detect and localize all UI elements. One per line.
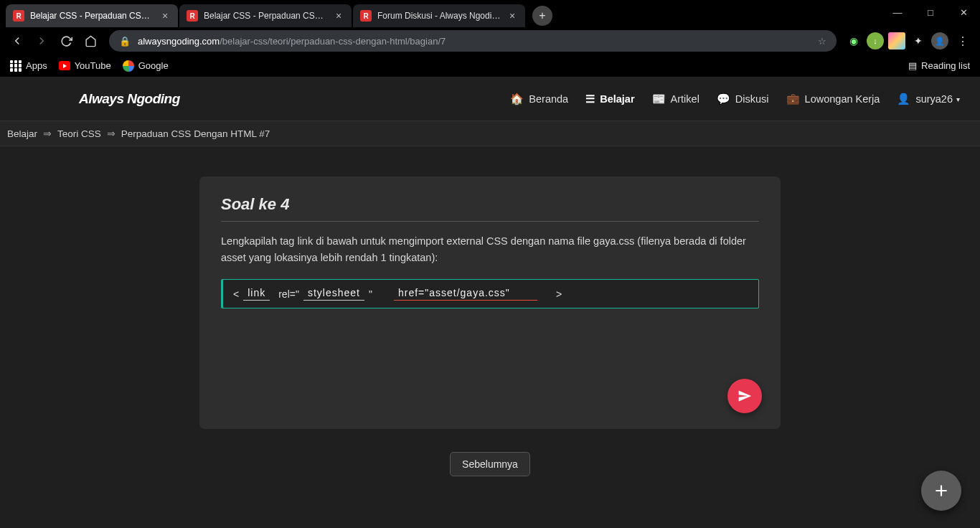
code-fill-box: < link rel=" stylesheet " href="asset/ga… [221, 279, 759, 308]
apps-label: Apps [26, 60, 47, 71]
back-button[interactable] [7, 31, 27, 51]
breadcrumb-item[interactable]: Belajar [7, 128, 37, 139]
apps-grid-icon [10, 60, 22, 72]
page-content: Always Ngoding 🏠Beranda ☰Belajar 📰Artike… [0, 77, 980, 528]
bookmarks-bar: Apps YouTube Google ▤ Reading list [0, 55, 980, 77]
plus-icon [932, 481, 951, 500]
forward-button[interactable] [32, 31, 52, 51]
extension-icon[interactable]: ↓ [867, 32, 884, 50]
google-icon [123, 60, 134, 72]
breadcrumb: Belajar ⇒ Teori CSS ⇒ Perpaduan CSS Deng… [0, 121, 980, 146]
reading-list-icon: ▤ [908, 60, 917, 71]
paper-plane-icon [738, 389, 752, 403]
favicon-icon: R [360, 10, 372, 22]
breadcrumb-current: Perpaduan CSS Dengan HTML #7 [121, 128, 270, 139]
extensions-puzzle-icon[interactable]: ✦ [910, 32, 927, 50]
nav-home[interactable]: 🏠Beranda [510, 93, 568, 105]
home-icon: 🏠 [510, 93, 524, 105]
lock-icon: 🔒 [119, 36, 131, 47]
nav-article[interactable]: 📰Artikel [652, 93, 699, 105]
tab-close-icon[interactable]: × [333, 10, 344, 22]
home-button[interactable] [80, 31, 100, 51]
favicon-icon: R [187, 10, 198, 22]
reading-list-button[interactable]: ▤ Reading list [908, 60, 970, 71]
browser-toolbar: 🔒 alwaysngoding.com/belajar-css/teori/pe… [0, 27, 980, 55]
chevron-down-icon: ▾ [956, 95, 960, 103]
tab-close-icon[interactable]: × [159, 10, 171, 22]
reload-button[interactable] [56, 31, 76, 51]
floating-add-button[interactable] [921, 471, 961, 511]
nav-learn[interactable]: ☰Belajar [585, 93, 634, 105]
bookmark-label: Google [138, 60, 169, 71]
nav-jobs[interactable]: 💼Lowongan Kerja [786, 93, 880, 105]
site-navbar: Always Ngoding 🏠Beranda ☰Belajar 📰Artike… [0, 77, 980, 121]
browser-tabstrip: R Belajar CSS - Perpaduan CSS Den × R Be… [0, 0, 980, 27]
url-text: alwaysngoding.com/belajar-css/teori/perp… [138, 36, 811, 47]
new-tab-button[interactable]: + [532, 6, 552, 26]
apps-shortcut[interactable]: Apps [10, 60, 47, 72]
tab-title: Forum Diskusi - Always Ngoding [377, 11, 501, 21]
tab-title: Belajar CSS - Perpaduan CSS Den [30, 11, 154, 21]
breadcrumb-sep-icon: ⇒ [43, 128, 52, 139]
window-minimize[interactable]: — [881, 0, 914, 24]
newspaper-icon: 📰 [652, 93, 666, 105]
browser-tab-active[interactable]: R Belajar CSS - Perpaduan CSS Den × [6, 4, 178, 27]
nav-user-menu[interactable]: 👤surya26▾ [897, 93, 960, 105]
question-title: Soal ke 4 [221, 195, 759, 214]
briefcase-icon: 💼 [786, 93, 800, 105]
bookmark-google[interactable]: Google [123, 60, 169, 72]
blank-href-input[interactable]: href="asset/gaya.css" [394, 287, 537, 301]
bookmark-youtube[interactable]: YouTube [59, 60, 111, 72]
browser-menu-button[interactable]: ⋮ [953, 31, 973, 51]
submit-button[interactable] [727, 379, 762, 413]
breadcrumb-sep-icon: ⇒ [107, 128, 116, 139]
favicon-icon: R [13, 10, 24, 22]
blank-rel-input[interactable]: stylesheet [303, 287, 364, 301]
nav-discuss[interactable]: 💬Diskusi [717, 93, 769, 105]
window-maximize[interactable]: □ [914, 0, 947, 24]
list-icon: ☰ [585, 93, 595, 105]
tab-close-icon[interactable]: × [507, 10, 518, 22]
divider [221, 221, 759, 222]
question-desc: Lengkapilah tag link di bawah untuk meng… [221, 233, 759, 266]
profile-avatar[interactable]: 👤 [931, 32, 948, 50]
bookmark-label: YouTube [75, 60, 111, 71]
youtube-icon [59, 60, 70, 72]
bookmark-star-icon[interactable]: ☆ [818, 36, 826, 47]
question-card: Soal ke 4 Lengkapilah tag link di bawah … [199, 176, 781, 429]
blank-tag-input[interactable]: link [243, 287, 270, 301]
chat-icon: 💬 [717, 93, 730, 105]
previous-button[interactable]: Sebelumnya [450, 452, 530, 476]
browser-tab[interactable]: R Belajar CSS - Perpaduan CSS Den × [179, 4, 352, 27]
breadcrumb-item[interactable]: Teori CSS [57, 128, 101, 139]
user-icon: 👤 [897, 93, 910, 105]
extension-icon[interactable]: ◉ [845, 32, 862, 50]
window-close[interactable]: ✕ [947, 0, 980, 24]
reading-list-label: Reading list [921, 60, 970, 71]
tab-title: Belajar CSS - Perpaduan CSS Den [204, 11, 327, 21]
address-bar[interactable]: 🔒 alwaysngoding.com/belajar-css/teori/pe… [109, 30, 837, 52]
extension-icon[interactable] [888, 32, 905, 50]
site-brand[interactable]: Always Ngoding [79, 91, 180, 107]
browser-tab[interactable]: R Forum Diskusi - Always Ngoding × [353, 4, 525, 27]
